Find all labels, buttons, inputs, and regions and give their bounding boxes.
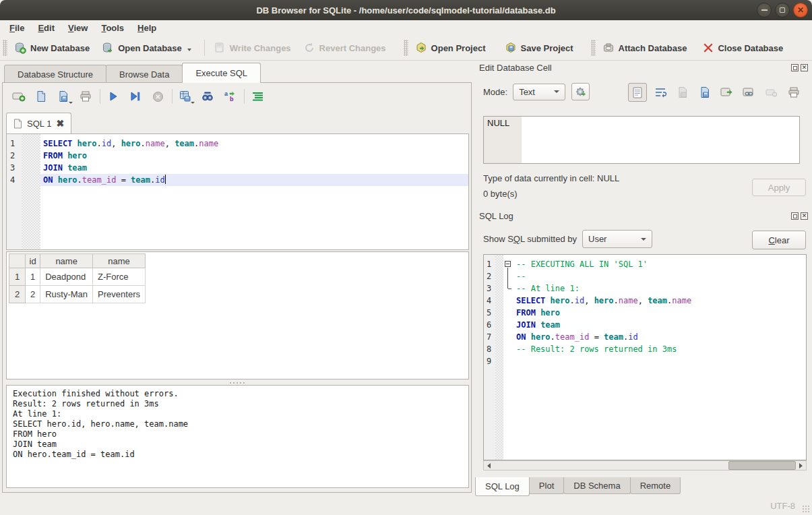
execute-all-button[interactable] bbox=[105, 88, 121, 104]
table-cell[interactable]: Z-Force bbox=[93, 268, 146, 286]
resize-grip[interactable] bbox=[802, 505, 810, 513]
save-dropdown-caret[interactable] bbox=[69, 102, 73, 104]
dock-tab-plot[interactable]: Plot bbox=[529, 477, 564, 494]
format-sql-button[interactable] bbox=[249, 88, 266, 104]
column-header[interactable]: name bbox=[40, 254, 93, 268]
main-toolbar: New Database Open Database Write Changes… bbox=[0, 36, 812, 61]
export-cell-button[interactable] bbox=[720, 85, 735, 100]
sql-editor[interactable]: 1234 SELECT hero.id, hero.name, team.nam… bbox=[6, 133, 469, 250]
close-button[interactable]: ✕ bbox=[793, 3, 808, 18]
dock-tab-sql-log[interactable]: SQL Log bbox=[475, 477, 530, 496]
column-header[interactable]: id bbox=[26, 254, 40, 268]
menu-file[interactable]: File bbox=[3, 22, 31, 34]
results-table[interactable]: idnamename11DeadpondZ-Force22Rusty-ManPr… bbox=[9, 253, 146, 303]
maximize-button[interactable] bbox=[775, 3, 790, 18]
minimize-button[interactable] bbox=[757, 3, 772, 18]
save-results-button[interactable] bbox=[177, 88, 193, 104]
toolbar-drag-handle[interactable] bbox=[3, 40, 7, 56]
titlebar[interactable]: DB Browser for SQLite - /home/user/code/… bbox=[0, 0, 812, 20]
dock-float-icon[interactable] bbox=[791, 64, 799, 71]
scrollbar-thumb[interactable] bbox=[728, 461, 796, 470]
sql-log-filter-combobox[interactable]: User bbox=[582, 230, 652, 248]
open-database-button[interactable]: Open Database bbox=[98, 39, 195, 57]
row-header[interactable]: 1 bbox=[9, 268, 26, 286]
dock-tab-remote[interactable]: Remote bbox=[630, 477, 681, 494]
menu-tools[interactable]: Tools bbox=[94, 22, 131, 34]
dock-float-icon[interactable] bbox=[791, 212, 799, 220]
table-cell[interactable]: 2 bbox=[26, 286, 40, 303]
print-button[interactable] bbox=[77, 88, 94, 104]
code-line: JOIN team bbox=[40, 162, 468, 174]
table-cell[interactable]: Rusty-Man bbox=[40, 286, 93, 303]
word-wrap-button[interactable] bbox=[653, 85, 668, 100]
fold-collapse-icon[interactable] bbox=[505, 261, 511, 267]
sql-log-hscrollbar[interactable] bbox=[483, 460, 807, 471]
log-line: JOIN team bbox=[13, 440, 462, 450]
text-mode-button[interactable] bbox=[628, 83, 647, 102]
execution-message-area[interactable]: Execution finished without errors.Result… bbox=[6, 385, 469, 488]
save-as-cell-button[interactable] bbox=[697, 85, 712, 100]
results-grid[interactable]: idnamename11DeadpondZ-Force22Rusty-ManPr… bbox=[6, 251, 469, 380]
menu-help[interactable]: Help bbox=[131, 22, 163, 34]
splitter-handle[interactable] bbox=[3, 380, 471, 385]
execute-sql-pane: ab SQL 1 ✖ 1234 SELECT hero.id, hero.nam… bbox=[2, 82, 472, 493]
open-database-icon bbox=[102, 42, 114, 54]
close-icon: ✕ bbox=[797, 6, 804, 14]
scroll-left-icon[interactable] bbox=[484, 461, 493, 470]
table-cell[interactable]: 1 bbox=[26, 268, 40, 286]
save-sql-file-button[interactable] bbox=[55, 88, 71, 104]
sql-log-fold-margin[interactable] bbox=[503, 255, 513, 460]
dock-tab-db-schema[interactable]: DB Schema bbox=[563, 477, 630, 494]
dock-close-icon[interactable]: ✕ bbox=[801, 64, 808, 71]
save-project-icon bbox=[505, 42, 517, 54]
open-sql-file-button[interactable] bbox=[33, 88, 49, 104]
scroll-right-icon[interactable] bbox=[796, 461, 805, 470]
sql-log-view[interactable]: 123456789 -- EXECUTING ALL IN 'SQL 1'---… bbox=[483, 254, 807, 460]
sql-tab-close-icon[interactable]: ✖ bbox=[56, 118, 64, 129]
corner-header[interactable] bbox=[9, 254, 26, 268]
column-header[interactable]: name bbox=[93, 254, 146, 268]
tab-execute-sql[interactable]: Execute SQL bbox=[182, 63, 261, 83]
close-database-button[interactable]: Close Database bbox=[699, 40, 787, 56]
find-button[interactable] bbox=[199, 88, 216, 104]
cell-value-editor[interactable]: NULL bbox=[483, 116, 800, 164]
editor-code-area[interactable]: SELECT hero.id, hero.name, team.nameFROM… bbox=[40, 134, 468, 249]
tab-browse-data[interactable]: Browse Data bbox=[106, 65, 183, 83]
import-cell-button[interactable] bbox=[571, 83, 590, 100]
open-sql-tab-button[interactable] bbox=[11, 88, 27, 104]
table-cell[interactable]: Preventers bbox=[93, 286, 146, 303]
set-null-icon bbox=[766, 88, 778, 97]
attach-database-button[interactable]: Attach Database bbox=[598, 39, 691, 57]
clear-log-button[interactable]: Clear bbox=[752, 231, 806, 249]
print-cell-button[interactable] bbox=[786, 85, 801, 100]
save-icon bbox=[677, 86, 688, 98]
toolbar-drag-handle[interactable] bbox=[591, 40, 596, 56]
mode-combobox[interactable]: Text bbox=[513, 84, 565, 100]
editor-line-numbers: 1234 bbox=[7, 134, 22, 249]
chevron-down-icon bbox=[641, 238, 646, 241]
save-sql-file-icon bbox=[58, 90, 69, 102]
text-document-icon bbox=[633, 87, 642, 98]
menu-view[interactable]: View bbox=[61, 22, 94, 34]
code-line: ON hero.team_id = team.id bbox=[40, 174, 468, 186]
row-header[interactable]: 2 bbox=[9, 286, 26, 303]
save-project-button[interactable]: Save Project bbox=[501, 39, 577, 57]
table-row[interactable]: 11DeadpondZ-Force bbox=[9, 268, 146, 286]
log-line: SELECT hero.id, hero.name, team.name bbox=[13, 419, 462, 429]
execute-line-button[interactable] bbox=[127, 88, 144, 104]
open-database-dropdown[interactable] bbox=[187, 49, 191, 51]
new-database-button[interactable]: New Database bbox=[10, 39, 94, 57]
table-cell[interactable]: Deadpond bbox=[40, 268, 93, 286]
copy-link-button[interactable] bbox=[742, 85, 757, 100]
find-replace-button[interactable]: ab bbox=[222, 88, 238, 104]
toolbar-drag-handle[interactable] bbox=[404, 40, 408, 56]
menu-edit[interactable]: Edit bbox=[31, 22, 61, 34]
chevron-down-icon bbox=[554, 90, 559, 93]
sql-document-icon bbox=[13, 119, 22, 129]
tab-database-structure[interactable]: Database Structure bbox=[4, 65, 106, 83]
table-row[interactable]: 22Rusty-ManPreventers bbox=[9, 286, 146, 303]
dock-close-icon[interactable]: ✕ bbox=[801, 212, 808, 220]
open-project-button[interactable]: Open Project bbox=[411, 39, 490, 57]
sql-tab[interactable]: SQL 1 ✖ bbox=[6, 113, 71, 133]
save-results-dropdown-caret[interactable] bbox=[191, 102, 195, 104]
